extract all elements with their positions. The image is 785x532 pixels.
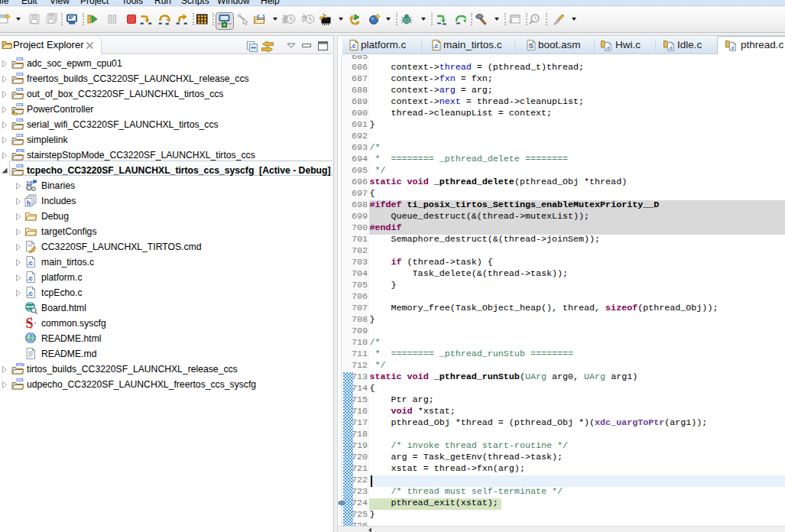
svg-text:.c: .c xyxy=(730,45,735,50)
svg-text:CCS: CCS xyxy=(16,103,24,107)
svg-text:.c: .c xyxy=(350,42,355,50)
svg-text:.c: .c xyxy=(27,259,33,267)
svg-text:CCS: CCS xyxy=(16,73,24,76)
svg-text:{..}: {..} xyxy=(257,13,265,20)
svg-text:h: h xyxy=(27,200,31,207)
svg-text:CCS: CCS xyxy=(16,118,24,122)
svg-text:CCS: CCS xyxy=(16,164,24,168)
svg-text:CCS: CCS xyxy=(16,134,24,138)
svg-text:RTSC: RTSC xyxy=(16,149,24,153)
svg-text:RTSC: RTSC xyxy=(16,363,24,367)
svg-text:.c: .c xyxy=(668,45,673,50)
svg-text:S: S xyxy=(528,41,533,50)
svg-text:.c: .c xyxy=(27,274,33,282)
svg-text:CCS: CCS xyxy=(16,57,24,61)
svg-text:CCS: CCS xyxy=(16,378,24,382)
svg-text:.c: .c xyxy=(27,290,33,297)
svg-text:.c: .c xyxy=(605,45,610,50)
svg-text:.c: .c xyxy=(433,42,438,50)
svg-text:CCS: CCS xyxy=(16,88,24,92)
